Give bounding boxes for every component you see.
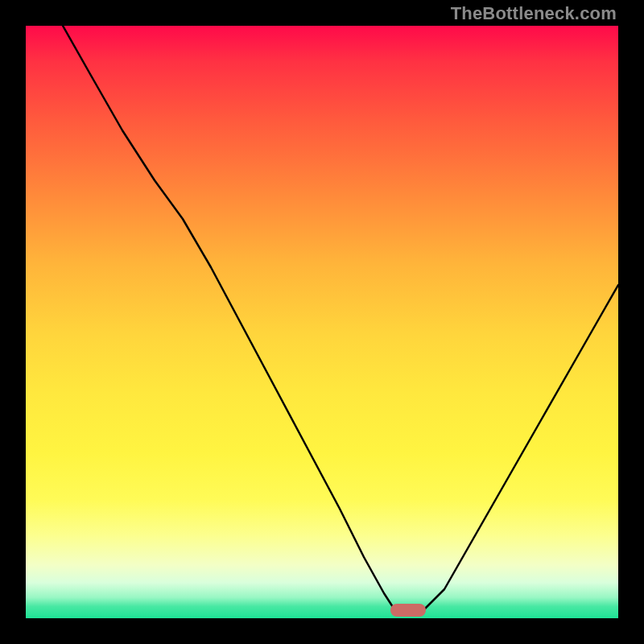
plot-area	[26, 26, 618, 618]
optimum-marker	[390, 604, 426, 617]
curve-layer	[26, 26, 618, 618]
bottleneck-curve	[63, 26, 618, 610]
chart-frame: TheBottleneck.com	[0, 0, 644, 644]
watermark-text: TheBottleneck.com	[451, 3, 617, 24]
